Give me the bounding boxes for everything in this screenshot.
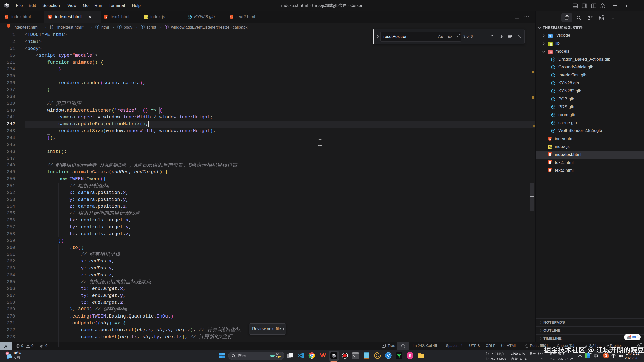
svg-text:8: 8	[6, 352, 8, 355]
